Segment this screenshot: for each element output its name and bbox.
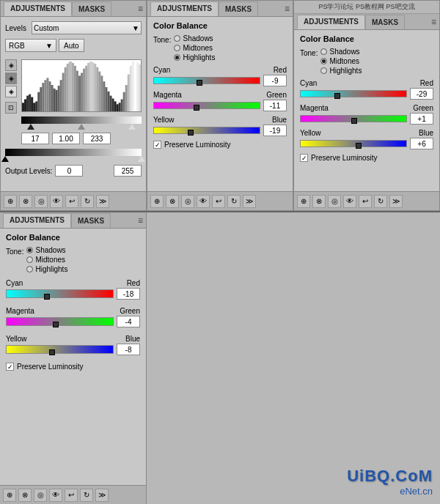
- tb-mid-1[interactable]: ⊕: [150, 195, 164, 208]
- yellow-blue-thumb-right[interactable]: [356, 143, 362, 149]
- panel-menu-icon-1[interactable]: ≡: [138, 4, 143, 14]
- tb-right-2[interactable]: ⊗: [312, 195, 326, 208]
- radio-highlights-mid[interactable]: [174, 54, 180, 61]
- tb-bot-7[interactable]: ≫: [95, 489, 109, 502]
- tab-masks-mid[interactable]: MASKS: [219, 1, 258, 16]
- yellow-blue-thumb-mid[interactable]: [188, 130, 194, 136]
- magenta-green-track-mid[interactable]: [153, 102, 260, 109]
- tb-right-1[interactable]: ⊕: [297, 195, 310, 208]
- tab-masks-1[interactable]: MASKS: [72, 1, 111, 16]
- channel-dropdown[interactable]: RGB ▼: [5, 39, 56, 52]
- tb-bot-1[interactable]: ⊕: [3, 489, 16, 502]
- tone-midtones-mid[interactable]: Midtones: [174, 44, 215, 52]
- tone-shadows-bottom[interactable]: Shadows: [26, 246, 67, 254]
- magenta-green-value-bottom[interactable]: -4: [117, 316, 140, 327]
- auto-button[interactable]: Auto: [59, 39, 84, 52]
- toolbar-icon-6[interactable]: ↻: [81, 195, 94, 208]
- tb-bot-4[interactable]: 👁: [49, 489, 62, 502]
- tb-right-6[interactable]: ↻: [374, 195, 387, 208]
- mid-triangle[interactable]: [78, 124, 85, 130]
- eyedropper-black-icon[interactable]: ◈: [5, 59, 17, 71]
- output-black[interactable]: 0: [55, 165, 83, 177]
- cyan-red-track-bottom[interactable]: [6, 289, 114, 298]
- preserve-checkbox-mid[interactable]: ✓: [153, 141, 161, 149]
- cyan-red-thumb-bottom[interactable]: [44, 294, 50, 300]
- output-white[interactable]: 255: [114, 165, 142, 177]
- sample-icon[interactable]: ⊡: [5, 102, 17, 114]
- magenta-green-thumb-bottom[interactable]: [53, 322, 59, 327]
- tone-highlights-right[interactable]: Highlights: [320, 67, 362, 75]
- magenta-green-thumb-mid[interactable]: [194, 105, 199, 111]
- panel-menu-mid[interactable]: ≡: [285, 4, 290, 14]
- yellow-blue-value-right[interactable]: +6: [410, 138, 433, 149]
- tb-mid-3[interactable]: ◎: [181, 195, 194, 208]
- toolbar-icon-4[interactable]: 👁: [50, 195, 63, 208]
- tab-adjustments-1[interactable]: ADJUSTMENTS: [4, 1, 72, 16]
- magenta-green-value-right[interactable]: +1: [410, 113, 433, 125]
- levels-preset-dropdown[interactable]: Custom ▼: [32, 21, 142, 34]
- input-black[interactable]: 17: [21, 133, 49, 144]
- radio-highlights-right[interactable]: [320, 67, 327, 74]
- toolbar-icon-2[interactable]: ⊗: [19, 195, 32, 208]
- cyan-red-value-bottom[interactable]: -18: [117, 288, 140, 300]
- yellow-blue-track-mid[interactable]: [153, 127, 260, 134]
- cyan-red-thumb-mid[interactable]: [197, 80, 202, 86]
- tb-mid-6[interactable]: ↻: [227, 195, 241, 208]
- radio-midtones-bottom[interactable]: [26, 256, 33, 263]
- tb-bot-6[interactable]: ↻: [80, 489, 93, 502]
- eyedropper-gray-icon[interactable]: ◈: [5, 73, 17, 84]
- tab-adj-right[interactable]: ADJUSTMENTS: [297, 15, 365, 29]
- toolbar-icon-5[interactable]: ↩: [65, 195, 78, 208]
- cyan-red-value-right[interactable]: -29: [410, 88, 433, 100]
- input-mid[interactable]: 1.00: [52, 133, 80, 144]
- tb-right-7[interactable]: ≫: [389, 195, 403, 208]
- tone-highlights-bottom[interactable]: Highlights: [26, 265, 67, 273]
- tb-bot-5[interactable]: ↩: [65, 489, 78, 502]
- tb-mid-7[interactable]: ≫: [243, 195, 256, 208]
- tb-right-5[interactable]: ↩: [359, 195, 372, 208]
- tone-highlights-mid[interactable]: Highlights: [174, 53, 215, 62]
- tb-mid-5[interactable]: ↩: [212, 195, 225, 208]
- tone-midtones-right[interactable]: Midtones: [320, 57, 362, 65]
- preserve-checkbox-bottom[interactable]: ✓: [6, 363, 14, 371]
- radio-shadows-right[interactable]: [320, 48, 327, 55]
- tb-mid-4[interactable]: 👁: [197, 195, 210, 208]
- radio-highlights-bottom[interactable]: [26, 266, 33, 273]
- cyan-red-track-right[interactable]: [300, 90, 407, 97]
- yellow-blue-value-bottom[interactable]: -8: [117, 344, 140, 355]
- tone-midtones-bottom[interactable]: Midtones: [26, 256, 67, 264]
- toolbar-icon-1[interactable]: ⊕: [4, 195, 17, 208]
- cyan-red-thumb-right[interactable]: [334, 93, 340, 99]
- radio-shadows-mid[interactable]: [174, 35, 180, 42]
- eyedropper-white-icon[interactable]: ◈: [5, 86, 17, 97]
- magenta-green-value-mid[interactable]: -11: [263, 100, 287, 111]
- tab-adj-bottom[interactable]: ADJUSTMENTS: [3, 213, 71, 228]
- panel-menu-right[interactable]: ≡: [431, 17, 436, 27]
- magenta-green-track-right[interactable]: [300, 115, 407, 122]
- black-triangle[interactable]: [27, 124, 34, 130]
- tb-bot-3[interactable]: ◎: [34, 489, 47, 502]
- preserve-checkbox-right[interactable]: ✓: [300, 154, 308, 162]
- tone-shadows-mid[interactable]: Shadows: [174, 34, 215, 42]
- radio-midtones-mid[interactable]: [174, 45, 180, 51]
- yellow-blue-value-mid[interactable]: -19: [263, 125, 287, 136]
- input-white[interactable]: 233: [83, 133, 111, 144]
- magenta-green-track-bottom[interactable]: [6, 317, 114, 326]
- tab-masks-bottom[interactable]: MASKS: [71, 213, 111, 228]
- tone-shadows-right[interactable]: Shadows: [320, 48, 362, 56]
- toolbar-icon-3[interactable]: ◎: [34, 195, 48, 208]
- tb-bot-2[interactable]: ⊗: [18, 489, 32, 502]
- tb-mid-2[interactable]: ⊗: [166, 195, 179, 208]
- white-triangle[interactable]: [128, 124, 136, 130]
- tb-right-3[interactable]: ◎: [328, 195, 341, 208]
- yellow-blue-thumb-bottom[interactable]: [49, 349, 55, 355]
- yellow-blue-track-right[interactable]: [300, 140, 407, 147]
- panel-menu-bottom[interactable]: ≡: [138, 215, 143, 226]
- tab-adj-mid[interactable]: ADJUSTMENTS: [150, 1, 219, 16]
- radio-shadows-bottom[interactable]: [26, 247, 33, 253]
- output-black-triangle[interactable]: [1, 156, 9, 162]
- radio-midtones-right[interactable]: [320, 58, 327, 64]
- output-white-triangle[interactable]: [138, 156, 145, 162]
- tab-masks-right[interactable]: MASKS: [365, 15, 405, 29]
- toolbar-icon-7[interactable]: ≫: [96, 195, 109, 208]
